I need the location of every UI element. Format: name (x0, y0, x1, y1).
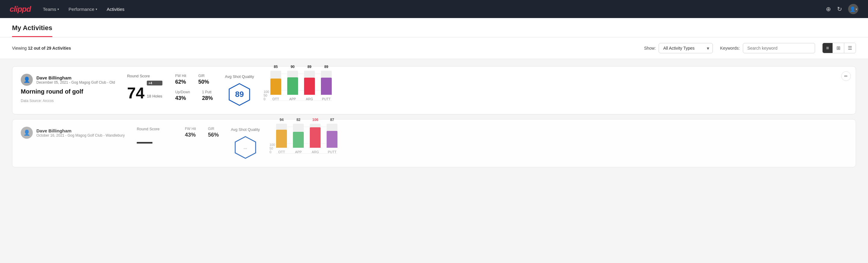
bar-ott-fill-2 (276, 130, 287, 148)
quality-section-2: Avg Shot Quality ... 100 50 0 (231, 127, 847, 160)
y-axis-labels: 100 50 0 (264, 90, 269, 107)
avatar-chevron-icon: ▾ (856, 7, 857, 11)
score-value-2: — (137, 134, 153, 149)
avatar-person-icon-2: 👤 (24, 129, 30, 136)
bar-ott-name-2: OTT (278, 150, 285, 154)
bar-app-2: 82 APP (293, 118, 304, 154)
hexagon: 89 (227, 83, 251, 107)
one-putt-value: 28% (202, 95, 213, 101)
activity-type-select[interactable]: All Activity Types (659, 43, 713, 53)
gir-label: GIR (198, 74, 209, 78)
gir-stat-2: GIR 56% (208, 127, 219, 138)
score-row: 74 +4 18 Holes (127, 81, 163, 101)
bar-arg-fill (304, 78, 315, 95)
bar-putt-name-2: PUTT (328, 150, 337, 154)
card-stats-2: Round Score — FW Hit 43% GIR 56% (137, 127, 847, 160)
bar-ott-2: 94 OTT (276, 118, 287, 154)
bar-chart-2: 100 50 0 94 OT (270, 127, 337, 160)
activity-title: Morning round of golf (21, 88, 115, 95)
filter-bar: Viewing 12 out of 29 Activities Show: Al… (0, 37, 868, 59)
bar-putt-fill (321, 78, 332, 95)
mini-stats: FW Hit 62% GIR 50% Up/Down 43% 1 Putt (175, 74, 213, 101)
nav-teams[interactable]: Teams ▾ (43, 7, 59, 12)
bar-ott: 85 OTT (270, 65, 281, 101)
bar-arg-fill-2 (310, 127, 320, 148)
gir-label-2: GIR (208, 127, 219, 131)
activity-card-2: 👤 Dave Billingham October 16, 2021 - Gog… (12, 119, 856, 167)
score-value: 74 (127, 85, 144, 101)
score-holes: 18 Holes (147, 94, 162, 98)
hexagon-score: 89 (235, 90, 244, 99)
one-putt-stat: 1 Putt 28% (202, 90, 213, 101)
quality-section: Avg Shot Quality 89 100 50 0 (225, 74, 847, 107)
round-score-group-2: Round Score — (137, 127, 173, 149)
viewing-count-text: Viewing 12 out of 29 Activities (12, 46, 637, 51)
updown-stat: Up/Down 43% (175, 90, 190, 101)
card-left: 👤 Dave Billingham December 05, 2021 - Go… (21, 74, 115, 103)
grid-view-button[interactable]: ⊞ (833, 43, 844, 53)
nav-performance[interactable]: Performance ▾ (69, 7, 97, 12)
bar-ott-value: 85 (274, 65, 278, 69)
bar-putt-2: 87 PUTT (327, 118, 337, 154)
activities-list: ✏ 👤 Dave Billingham December 05, 2021 - … (0, 59, 868, 175)
bar-arg-value: 89 (307, 65, 311, 69)
quality-label-2: Avg Shot Quality (231, 127, 260, 132)
bar-chart: 100 50 0 85 (264, 74, 332, 107)
gir-value: 50% (198, 79, 209, 85)
edit-button[interactable]: ✏ (841, 71, 851, 81)
performance-chevron-icon: ▾ (96, 7, 97, 11)
bar-app-fill (287, 77, 298, 95)
user-date-2: October 16, 2021 - Gog Magog Golf Club -… (36, 133, 125, 138)
bar-putt-track-2 (327, 124, 337, 148)
fw-hit-stat-2: FW Hit 43% (185, 127, 196, 138)
bar-app-name-2: APP (295, 150, 302, 154)
one-putt-label: 1 Putt (202, 90, 213, 94)
refresh-button[interactable]: ↻ (837, 5, 842, 12)
y-label-50-2: 50 (270, 147, 275, 150)
fw-hit-value: 62% (175, 79, 186, 85)
bar-arg-name-2: ARG (312, 150, 319, 154)
score-row-2: — (137, 134, 173, 149)
y-label-50: 50 (264, 94, 269, 97)
avatar-icon: 👤 (850, 6, 856, 12)
y-axis-labels-2: 100 50 0 (270, 143, 275, 160)
round-score-label: Round Score (127, 74, 163, 78)
fw-hit-label: FW Hit (175, 74, 186, 78)
user-row: 👤 Dave Billingham December 05, 2021 - Go… (21, 74, 115, 86)
add-button[interactable]: ⊕ (826, 5, 831, 12)
app-logo[interactable]: clippd (10, 4, 31, 14)
nav-activities[interactable]: Activities (107, 7, 125, 12)
page-header: My Activities (0, 18, 868, 37)
bar-ott-value-2: 94 (280, 118, 284, 122)
bar-ott-fill (270, 79, 281, 95)
user-avatar[interactable]: 👤 ▾ (848, 4, 858, 14)
compact-view-button[interactable]: ≡ (823, 43, 833, 53)
page-title: My Activities (12, 24, 52, 37)
navbar: clippd Teams ▾ Performance ▾ Activities … (0, 0, 868, 18)
bar-arg: 89 ARG (304, 65, 315, 101)
activity-card: ✏ 👤 Dave Billingham December 05, 2021 - … (12, 66, 856, 114)
bar-arg-value-2: 106 (312, 118, 318, 122)
gir-stat: GIR 50% (198, 74, 209, 85)
round-score-group: Round Score 74 +4 18 Holes (127, 74, 163, 101)
bar-app-value: 90 (290, 65, 294, 69)
bar-app-fill-2 (293, 132, 304, 148)
show-filter-group: Show: All Activity Types (644, 43, 713, 53)
user-info: Dave Billingham December 05, 2021 - Gog … (36, 75, 115, 85)
list-view-button[interactable]: ☰ (844, 43, 856, 53)
fw-hit-value-2: 43% (185, 132, 196, 138)
bar-putt-fill-2 (327, 131, 337, 148)
search-input[interactable] (743, 43, 815, 53)
y-label-100-2: 100 (270, 143, 275, 147)
avatar-person-icon: 👤 (24, 77, 30, 83)
mini-stats-2: FW Hit 43% GIR 56% (185, 127, 219, 138)
mini-stat-row-1: FW Hit 62% GIR 50% (175, 74, 213, 85)
bar-putt: 89 PUTT (321, 65, 332, 101)
bar-app-name: APP (289, 97, 296, 101)
user-info-2: Dave Billingham October 16, 2021 - Gog M… (36, 128, 125, 138)
bar-putt-track (321, 71, 332, 95)
activity-type-select-wrapper: All Activity Types (659, 43, 713, 53)
y-label-0-2: 0 (270, 150, 275, 154)
mini-stat-row-2-1: FW Hit 43% GIR 56% (185, 127, 219, 138)
gir-value-2: 56% (208, 132, 219, 138)
